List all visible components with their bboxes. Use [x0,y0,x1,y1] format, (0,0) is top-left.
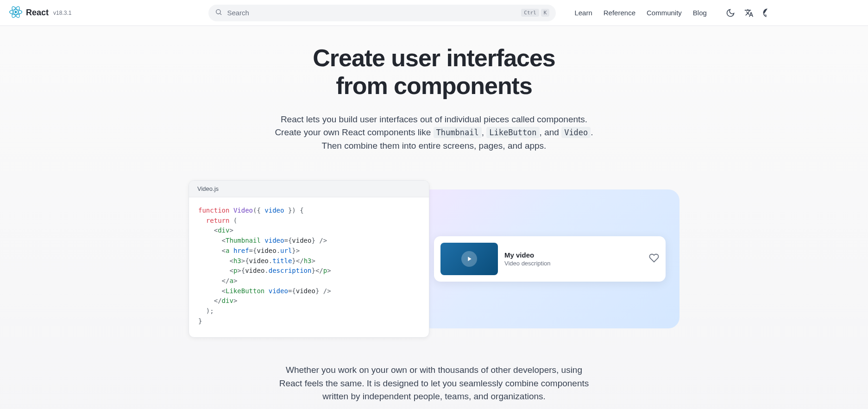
tok-likebutton: LikeButton [226,287,264,295]
nav-reference[interactable]: Reference [604,9,635,17]
brand-name: React [26,8,49,18]
tok-a-open: a [226,247,229,254]
title-line-2: from components [336,72,532,99]
nav-blog[interactable]: Blog [693,9,707,17]
play-icon [461,251,477,267]
tok-p-close: p [323,267,327,274]
section-closing: Whether you work on your own or with tho… [277,364,591,403]
tok-h3-close: h3 [304,257,312,264]
search-bar[interactable]: Ctrl K [208,5,556,21]
code-likebutton: LikeButton [486,127,539,138]
search-icon [215,8,222,18]
tok-return: return [206,217,230,224]
section-lead: React lets you build user interfaces out… [272,113,596,153]
section-title: Create user interfaces from components [179,44,689,100]
tok-thumbnail: Thumbnail [226,237,261,244]
video-info: My video Video description [504,251,642,267]
kbd-k: K [541,9,550,17]
title-line-1: Create user interfaces [313,44,555,71]
brand-version: v18.3.1 [53,10,71,16]
tok-div-open: div [218,227,229,234]
tok-div-close: div [222,297,233,304]
tok-function: function [198,207,229,214]
react-logo-icon [9,6,22,20]
tok-href: href [233,247,249,254]
primary-nav: Learn Reference Community Blog [574,9,706,17]
example-panel: My video Video description Video.js func… [189,180,679,338]
video-card[interactable]: My video Video description [434,236,666,282]
tok-video-ref5: video [296,287,315,295]
tok-title: title [272,257,292,264]
svg-point-4 [216,9,220,13]
tok-video-ref1: video [292,237,311,244]
tok-video-fn: Video [233,207,253,214]
tok-video-ref3: video [249,257,269,264]
header-icon-group [725,8,773,18]
heart-icon[interactable] [649,253,659,265]
search-input[interactable] [227,9,516,17]
video-title: My video [504,251,642,259]
code-thumbnail: Thumbnail [434,127,482,138]
nav-learn[interactable]: Learn [574,9,592,17]
lead-sep1: , [482,127,487,137]
tok-video-attr2: video [269,287,288,295]
code-card: Video.js function Video({ video }) { ret… [189,180,429,338]
search-shortcut: Ctrl K [521,9,549,17]
nav-community[interactable]: Community [647,9,682,17]
code-filename: Video.js [189,181,429,197]
tok-h3-open: h3 [233,257,241,264]
tok-a-close: a [229,277,233,284]
brand-logo[interactable]: React v18.3.1 [9,6,71,20]
video-description: Video description [504,260,642,267]
video-thumbnail[interactable] [440,243,498,275]
tok-url: url [280,247,292,254]
app-header: React v18.3.1 Ctrl K Learn Reference Com… [0,0,868,26]
tok-video-ref4: video [245,267,264,274]
svg-point-0 [15,11,17,13]
kbd-ctrl: Ctrl [521,9,539,17]
preview-canvas: My video Video description [420,189,679,328]
lead-sep2: , and [540,127,562,137]
code-block: function Video({ video }) { return ( <di… [189,197,429,337]
tok-video-attr1: video [264,237,284,244]
tok-video-param: video [264,207,284,214]
github-icon[interactable] [762,8,773,18]
tok-description: description [269,267,312,274]
translate-icon[interactable] [744,8,754,18]
dark-mode-icon[interactable] [725,8,736,18]
code-video: Video [561,127,591,138]
main-content: Create user interfaces from components R… [0,26,868,409]
tok-video-ref2: video [257,247,276,254]
search-container: Ctrl K [208,5,556,21]
svg-line-5 [220,13,222,15]
